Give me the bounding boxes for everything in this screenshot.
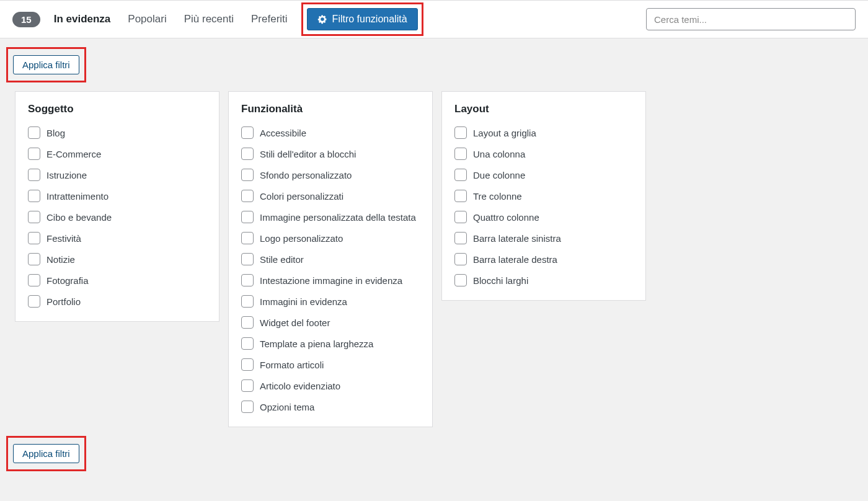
filter-option-label: Barra laterale sinistra — [473, 233, 561, 244]
tab-favorites[interactable]: Preferiti — [251, 13, 288, 25]
filter-option[interactable]: Stili dell'editor a blocchi — [241, 148, 420, 160]
filter-option[interactable]: Logo personalizzato — [241, 232, 420, 244]
filter-checkbox[interactable] — [241, 126, 254, 139]
apply-filters-highlight-top: Applica filtri — [6, 47, 86, 82]
filter-option-label: Quattro colonne — [473, 212, 539, 223]
filter-checkbox[interactable] — [241, 211, 254, 223]
tab-latest[interactable]: Più recenti — [184, 13, 234, 25]
filter-option-label: Tre colonne — [473, 191, 522, 202]
filter-option[interactable]: Cibo e bevande — [28, 211, 206, 223]
filter-checkbox[interactable] — [241, 316, 254, 329]
filter-checkbox[interactable] — [454, 211, 467, 223]
filter-checkbox[interactable] — [241, 169, 254, 181]
filter-option[interactable]: Template a piena larghezza — [241, 337, 420, 350]
filter-checkbox[interactable] — [241, 358, 254, 371]
filter-checkbox[interactable] — [241, 401, 254, 413]
tab-popular[interactable]: Popolari — [128, 13, 166, 25]
filter-checkbox[interactable] — [241, 148, 254, 160]
filter-option-label: Immagine personalizzata della testata — [260, 212, 416, 223]
filter-checkbox[interactable] — [241, 253, 254, 265]
filter-option-label: Stile editor — [260, 254, 304, 265]
filter-option[interactable]: Festività — [28, 232, 206, 244]
filter-tabs-bar: 15 In evidenza Popolari Più recenti Pref… — [0, 0, 868, 38]
filter-checkbox[interactable] — [241, 232, 254, 244]
filter-checkbox[interactable] — [454, 169, 467, 181]
filter-option-label: Barra laterale destra — [473, 254, 557, 265]
filter-option[interactable]: Stile editor — [241, 253, 420, 265]
filter-option-label: Colori personalizzati — [260, 191, 343, 202]
filter-option[interactable]: Immagine personalizzata della testata — [241, 211, 420, 223]
filter-checkbox[interactable] — [28, 148, 40, 160]
gear-icon — [317, 14, 327, 24]
filter-option[interactable]: Sfondo personalizzato — [241, 169, 420, 181]
filter-option-label: Blog — [46, 128, 65, 138]
filter-option[interactable]: Notizie — [28, 253, 206, 265]
filter-checkbox[interactable] — [28, 190, 40, 202]
search-input[interactable] — [646, 8, 856, 30]
filter-checkbox[interactable] — [241, 379, 254, 392]
feature-filter-highlight: Filtro funzionalità — [301, 2, 423, 36]
filter-option[interactable]: E-Commerce — [28, 148, 206, 160]
filter-option[interactable]: Widget del footer — [241, 316, 420, 329]
filter-checkbox[interactable] — [454, 232, 467, 244]
filter-option-label: E-Commerce — [46, 149, 101, 159]
filter-checkbox[interactable] — [28, 274, 40, 286]
filter-option[interactable]: Formato articoli — [241, 358, 420, 371]
filter-checkbox[interactable] — [28, 232, 40, 244]
filter-checkbox[interactable] — [454, 148, 467, 160]
filter-option[interactable]: Colori personalizzati — [241, 190, 420, 202]
filter-checkbox[interactable] — [28, 126, 40, 139]
filter-option-label: Fotografia — [46, 275, 89, 286]
feature-filter-button[interactable]: Filtro funzionalità — [307, 8, 418, 30]
filter-checkbox[interactable] — [454, 190, 467, 202]
filter-option[interactable]: Barra laterale destra — [454, 253, 633, 265]
filter-box-layout: Layout Layout a grigliaUna colonnaDue co… — [441, 91, 646, 301]
filter-box-subject-title: Soggetto — [28, 103, 206, 115]
apply-filters-button-bottom[interactable]: Applica filtri — [13, 444, 79, 463]
filter-option[interactable]: Accessibile — [241, 126, 420, 139]
filter-checkbox[interactable] — [241, 337, 254, 350]
filter-box-features-title: Funzionalità — [241, 103, 420, 115]
filter-option[interactable]: Istruzione — [28, 169, 206, 181]
filter-option[interactable]: Intrattenimento — [28, 190, 206, 202]
filter-option-label: Template a piena larghezza — [260, 339, 373, 349]
filter-checkbox[interactable] — [454, 274, 467, 286]
filter-option-label: Accessibile — [260, 128, 306, 138]
filter-option[interactable]: Due colonne — [454, 169, 633, 181]
apply-filters-highlight-bottom: Applica filtri — [6, 436, 86, 471]
filter-checkbox[interactable] — [28, 253, 40, 265]
filter-checkbox[interactable] — [454, 253, 467, 265]
theme-count-badge: 15 — [12, 12, 40, 27]
filter-option-label: Cibo e bevande — [46, 212, 112, 223]
apply-filters-button-top[interactable]: Applica filtri — [13, 55, 79, 74]
filter-option[interactable]: Barra laterale sinistra — [454, 232, 633, 244]
filter-option[interactable]: Immagini in evidenza — [241, 295, 420, 308]
filter-option-label: Intrattenimento — [46, 191, 108, 202]
filter-box-layout-title: Layout — [454, 103, 633, 115]
filter-option[interactable]: Fotografia — [28, 274, 206, 286]
filter-checkbox[interactable] — [454, 126, 467, 139]
filter-option[interactable]: Quattro colonne — [454, 211, 633, 223]
filter-option[interactable]: Blocchi larghi — [454, 274, 633, 286]
filter-checkbox[interactable] — [28, 169, 40, 181]
filter-checkbox[interactable] — [241, 190, 254, 202]
filter-option-label: Portfolio — [46, 296, 81, 307]
filter-checkbox[interactable] — [241, 274, 254, 286]
filter-option-label: Formato articoli — [260, 360, 324, 370]
filter-option-label: Widget del footer — [260, 317, 330, 328]
filter-option[interactable]: Portfolio — [28, 295, 206, 308]
filter-box-subject: Soggetto BlogE-CommerceIstruzioneIntratt… — [15, 91, 219, 322]
filter-option[interactable]: Blog — [28, 126, 206, 139]
filter-checkbox[interactable] — [241, 295, 254, 308]
filter-checkbox[interactable] — [28, 295, 40, 308]
filter-option-label: Festività — [46, 233, 81, 244]
filter-checkbox[interactable] — [28, 211, 40, 223]
filter-option-label: Opzioni tema — [260, 402, 314, 412]
filter-option[interactable]: Intestazione immagine in evidenza — [241, 274, 420, 286]
filter-option[interactable]: Layout a griglia — [454, 126, 633, 139]
tab-featured[interactable]: In evidenza — [54, 13, 111, 25]
filter-option[interactable]: Una colonna — [454, 148, 633, 160]
filter-option[interactable]: Articolo evidenziato — [241, 379, 420, 392]
filter-option[interactable]: Tre colonne — [454, 190, 633, 202]
filter-option[interactable]: Opzioni tema — [241, 401, 420, 413]
